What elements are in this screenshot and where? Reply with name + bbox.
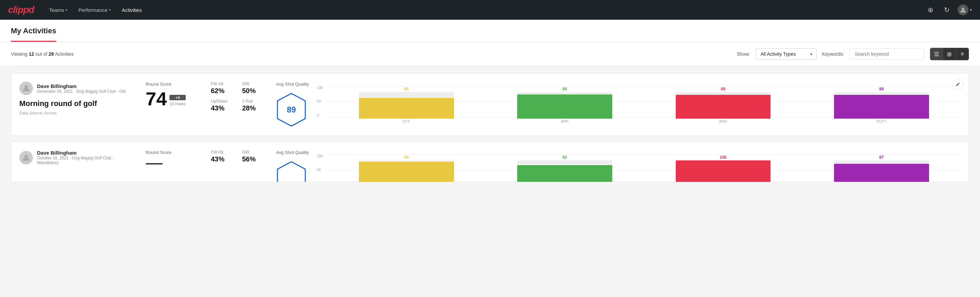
- stats-0: FW Hit 62% GIR 50% Up/Down 43% 1 Putt 28…: [211, 81, 265, 112]
- activity-type-wrapper: All Activity Types: [756, 48, 817, 60]
- performance-chevron-icon: ▾: [109, 8, 111, 12]
- bar-ott-1: 94 OTT: [327, 155, 485, 182]
- user-date-1: October 16, 2021 · Gog Magog Golf Club -…: [37, 156, 135, 165]
- score-display-0: 74 +4 18 Holes: [146, 89, 200, 109]
- activity-card-1: Dave Billingham October 16, 2021 · Gog M…: [11, 141, 969, 182]
- stats-1: FW Hit 43% GIR 56%: [211, 150, 265, 163]
- stat-fw-hit-label-0: FW Hit: [211, 81, 234, 86]
- viewing-current: 12: [29, 51, 34, 57]
- user-date-0: December 05, 2021 · Gog Magog Golf Club …: [37, 89, 126, 94]
- bar-label-top-ott-0: 85: [404, 87, 409, 91]
- svg-point-0: [962, 8, 964, 10]
- view-list-compact-button[interactable]: ≡: [956, 48, 969, 60]
- round-score-label-0: Round Score: [146, 81, 200, 87]
- bar-x-label-ott-0: OTT: [403, 119, 410, 123]
- stats-grid-0: FW Hit 62% GIR 50% Up/Down 43% 1 Putt 28…: [211, 81, 265, 112]
- nav-teams-label: Teams: [49, 7, 64, 13]
- user-details-1: Dave Billingham October 16, 2021 · Gog M…: [37, 150, 135, 165]
- y-label-100-0: 100: [317, 86, 323, 90]
- data-source-0: Data Source: Arccos: [19, 111, 135, 115]
- view-grid-button[interactable]: ⊞: [943, 48, 956, 60]
- bar-chart-1: 100 50 0 94 OTT: [317, 154, 961, 182]
- svg-marker-4: [277, 162, 305, 182]
- activity-type-select[interactable]: All Activity Types: [756, 48, 817, 60]
- card-left-1: Dave Billingham October 16, 2021 · Gog M…: [19, 150, 135, 169]
- bar-chart-0: 100 50 0 85 OTT: [317, 86, 961, 123]
- avatar: [958, 5, 969, 15]
- add-button[interactable]: ⊕: [925, 5, 936, 15]
- bar-app-0: 90 APP: [485, 87, 644, 123]
- stat-fw-hit-value-1: 43%: [211, 155, 234, 163]
- score-display-1: [146, 158, 200, 164]
- view-toggle: ☰ ⊞ ≡: [930, 48, 969, 61]
- y-label-0-0: 0: [317, 113, 323, 117]
- navbar: clippd Teams ▾ Performance ▾ Activities …: [0, 0, 980, 20]
- y-label-50-0: 50: [317, 99, 323, 103]
- viewing-count-text: Viewing 12 out of 29 Activities: [11, 51, 732, 57]
- view-list-detail-button[interactable]: ☰: [930, 48, 943, 60]
- stats-grid-1: FW Hit 43% GIR 56%: [211, 150, 265, 163]
- round-score-1: Round Score: [146, 150, 200, 164]
- teams-chevron-icon: ▾: [65, 8, 68, 12]
- stat-updown-0: Up/Down 43%: [211, 99, 234, 112]
- nav-activities[interactable]: Activities: [118, 5, 146, 15]
- nav-links: Teams ▾ Performance ▾ Activities: [45, 5, 914, 15]
- stat-fw-hit-1: FW Hit 43%: [211, 150, 234, 163]
- score-number-0: 74: [146, 89, 167, 109]
- user-info-1: Dave Billingham October 16, 2021 · Gog M…: [19, 150, 135, 165]
- bar-ott-0: 85 OTT: [327, 87, 485, 123]
- filter-bar: Viewing 12 out of 29 Activities Show: Al…: [0, 42, 980, 66]
- hex-score-0: 89: [287, 105, 296, 115]
- stat-one-putt-0: 1 Putt 28%: [242, 99, 265, 112]
- stat-updown-value-0: 43%: [211, 104, 234, 112]
- bar-label-top-ott-1: 94: [404, 155, 409, 160]
- search-input[interactable]: [850, 48, 924, 60]
- user-avatar-0: [19, 81, 33, 95]
- bar-app-1: 82 APP: [485, 155, 644, 182]
- stat-gir-value-1: 56%: [242, 155, 265, 163]
- score-badge-0: +4: [169, 95, 185, 100]
- bar-x-label-putt-0: PUTT: [877, 119, 886, 123]
- refresh-button[interactable]: ↻: [941, 5, 952, 15]
- stat-gir-value-0: 50%: [242, 87, 265, 95]
- page-title: My Activities: [11, 20, 56, 42]
- stat-gir-label-0: GIR: [242, 81, 265, 86]
- bar-x-label-app-0: APP: [561, 119, 568, 123]
- quality-section-1: Avg Shot Quality 100 50 0: [276, 150, 961, 182]
- stat-gir-0: GIR 50%: [242, 81, 265, 95]
- user-details-0: Dave Billingham December 05, 2021 · Gog …: [37, 83, 126, 94]
- nav-teams[interactable]: Teams ▾: [45, 5, 71, 15]
- activity-title-0: Morning round of golf: [19, 99, 135, 108]
- keywords-label: Keywords:: [822, 51, 844, 57]
- holes-text-0: 18 Holes: [169, 102, 185, 106]
- activity-card-0: Dave Billingham December 05, 2021 · Gog …: [11, 73, 969, 136]
- bar-label-top-putt-0: 89: [879, 87, 884, 91]
- user-avatar-1: [19, 151, 33, 164]
- y-label-50-1: 50: [317, 168, 323, 172]
- hexagon-0: 89: [276, 92, 307, 128]
- avatar-button[interactable]: ▾: [958, 5, 972, 15]
- page-header: My Activities: [0, 20, 980, 42]
- show-label: Show:: [737, 51, 750, 57]
- stat-one-putt-value-0: 28%: [242, 104, 265, 112]
- round-score-0: Round Score 74 +4 18 Holes: [146, 81, 200, 109]
- round-score-label-1: Round Score: [146, 150, 200, 155]
- stat-fw-hit-0: FW Hit 62%: [211, 81, 234, 95]
- nav-performance[interactable]: Performance ▾: [74, 5, 115, 15]
- stat-fw-hit-value-0: 62%: [211, 87, 234, 95]
- bar-putt-0: 89 PUTT: [802, 87, 961, 123]
- user-info-0: Dave Billingham December 05, 2021 · Gog …: [19, 81, 135, 95]
- y-label-0-1: 0: [317, 182, 323, 182]
- bar-label-top-arg-0: 89: [721, 87, 725, 91]
- bar-arg-0: 89 ARG: [644, 87, 802, 123]
- user-name-0: Dave Billingham: [37, 83, 126, 89]
- bar-label-top-putt-1: 87: [879, 155, 884, 160]
- card-left-0: Dave Billingham December 05, 2021 · Gog …: [19, 81, 135, 115]
- nav-activities-label: Activities: [122, 7, 142, 13]
- stat-updown-label-0: Up/Down: [211, 99, 234, 104]
- logo: clippd: [8, 5, 34, 15]
- bar-x-label-arg-0: ARG: [719, 119, 727, 123]
- viewing-total: 29: [49, 51, 54, 57]
- activities-list: Dave Billingham December 05, 2021 · Gog …: [0, 66, 980, 189]
- nav-performance-label: Performance: [78, 7, 108, 13]
